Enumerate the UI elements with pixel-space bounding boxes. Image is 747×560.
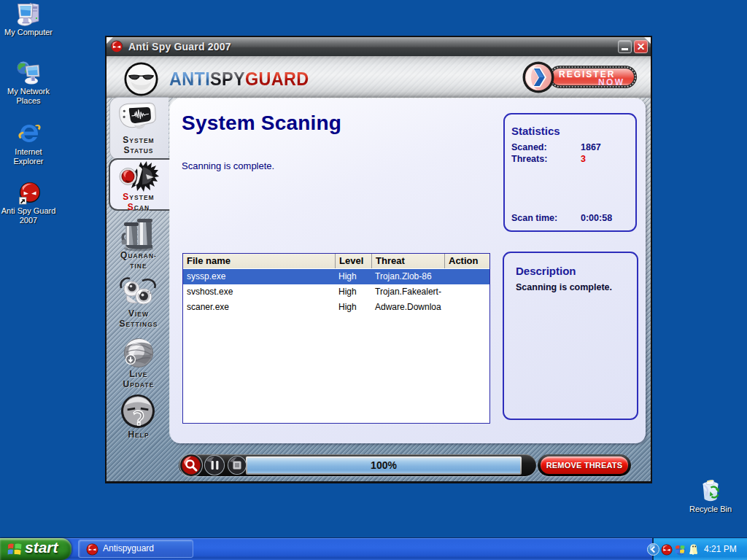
svg-text:NOW: NOW [598,77,625,88]
